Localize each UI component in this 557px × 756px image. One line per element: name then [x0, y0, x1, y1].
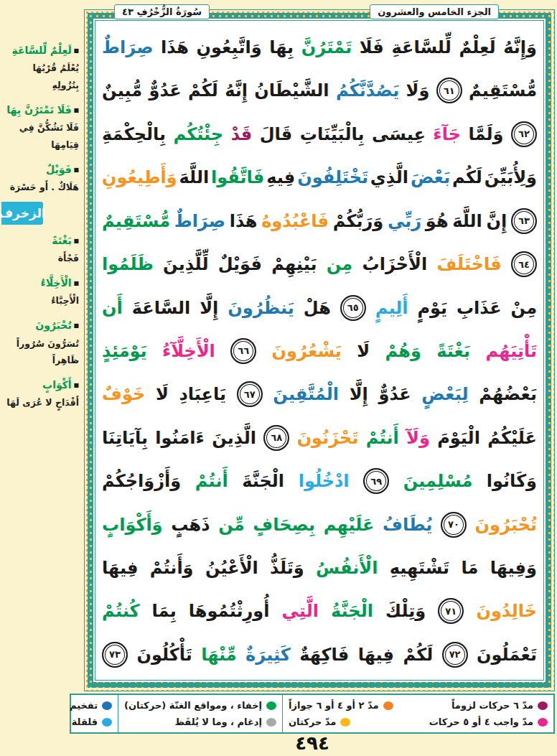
- legend-row: تفخيم: [70, 700, 112, 711]
- quran-word: فَاكِهَةٌ: [299, 633, 349, 676]
- quran-word: الْجَنَّةُ: [331, 589, 373, 633]
- quran-word: اللَّهَ: [452, 200, 482, 243]
- ayah-marker: ٦١: [436, 78, 462, 103]
- quran-word: مُّسْتَقِيمٌ: [469, 69, 537, 112]
- quran-word: يَوْمٍ: [417, 286, 447, 330]
- quran-line: مِنْعَذَابِيَوْمٍأَلِيمٍ٦٥هَلْيَنظُرُونَ…: [102, 286, 537, 330]
- quran-line: تَعْمَلُونَ٧٢لَكُمْفِيهَافَاكِهَةٌكَثِير…: [102, 633, 537, 676]
- legend-label: قلقلة: [72, 717, 98, 727]
- quran-word: وَأَزْوَاجُكُمْ: [102, 459, 181, 503]
- legend-column: تفخيمقلقلة: [64, 695, 118, 732]
- quran-word: يُطَافُ: [383, 503, 432, 546]
- quran-word: يَصُدَّنَّكُمُ: [336, 69, 399, 112]
- quran-word: صِرَاطٌ: [102, 26, 153, 69]
- quran-word: عَدُوٌّ: [379, 373, 411, 416]
- quran-word: وَأَكْوَابٍ: [102, 503, 163, 546]
- ayah-marker: ٦٣: [511, 208, 537, 234]
- quran-word: وَاتَّبِعُونِ: [197, 26, 262, 69]
- legend-label: تفخيم: [70, 700, 98, 711]
- quran-word: ادْخُلُوا: [299, 459, 350, 503]
- quran-word: بَعْضَ: [411, 156, 450, 199]
- quran-word: هَذَا: [230, 200, 258, 243]
- legend-color-dot: [266, 701, 276, 710]
- quran-line: ٦٣إِنَّاللَّهَهُوَرَبِّيوَرَبُّكُمْفَاعْ…: [102, 200, 537, 243]
- quran-word: وَأَنتُمْ: [150, 546, 194, 589]
- surah-name-tab: الزخرف: [1, 202, 43, 225]
- quran-line: عَلَيْكُمُالْيَوْمَوَلَآأَنتُمْتَحْزَنُو…: [102, 416, 537, 459]
- page-frame: سُورَةُ الزُّخْرُفِ ٤٣ الجزء الخامس والع…: [84, 9, 555, 691]
- quran-word: عِيسَى: [372, 113, 426, 156]
- quran-word: يَشْعُرُونَ: [272, 330, 342, 373]
- quran-word: عَلَيْهِم: [324, 503, 375, 546]
- ayah-marker: ٦٤: [511, 251, 537, 277]
- quran-word: الْأَخِلَّآءُ: [162, 330, 215, 373]
- quran-word: فِيهَا: [102, 546, 138, 589]
- quran-word: الْأَنفُسُ: [316, 546, 378, 589]
- quran-word: يَاعِبَادِ: [179, 373, 226, 416]
- quran-word: مُّبِينٌ: [102, 69, 142, 112]
- quran-word: إِنَّهُ: [225, 69, 248, 112]
- legend-color-dot: [538, 701, 548, 710]
- quran-word: وَلَا: [406, 69, 430, 112]
- ayah-marker: ٧٠: [441, 512, 467, 538]
- quran-word: هَذَا: [161, 26, 189, 69]
- quran-word: الْيَوْمَ: [437, 416, 480, 459]
- quran-word: وَكَانُوا: [487, 459, 537, 503]
- quran-word: وَتِلْكَ: [385, 589, 426, 633]
- legend-row: مدّ واجب ٤ أو ٥ حركاتمدّ حركتان: [289, 717, 548, 727]
- quran-word: وَإِنَّهُ: [503, 26, 537, 69]
- ayah-marker: ٧٢: [442, 642, 468, 668]
- quran-word: وَهُمْ: [385, 330, 421, 373]
- quran-word: فَاعْبُدُوهُ: [261, 200, 329, 243]
- quran-word: لِّلَّذِينَ: [163, 243, 208, 286]
- quran-word: مُّسْتَقِيمٌ: [102, 200, 170, 243]
- quran-word: بِالْبَيِّنَاتِ: [300, 113, 365, 156]
- quran-word: وَلِأُبَيِّنَ: [485, 156, 537, 199]
- quran-word: مِنْ: [511, 286, 537, 330]
- frame-ornament-band: وَإِنَّهُلَعِلْمٌلِّلسَّاعَةِفَلَاتَمْتَ…: [84, 9, 555, 691]
- quran-line: تَأْتِيَهُمبَغْتَةًوَهُمْلَايَشْعُرُونَ٦…: [102, 330, 537, 373]
- quran-word: لَكُمْ: [188, 69, 218, 112]
- quran-word: وَأَطِيعُونِ: [102, 156, 177, 199]
- legend-color-dot: [383, 701, 393, 710]
- glossary-definition: الْأَحِبَّاءُ: [1, 292, 79, 309]
- quran-word: تَشْتَهِيهِ: [390, 546, 449, 589]
- frame-teal-band: وَإِنَّهُلَعِلْمٌلِّلسَّاعَةِفَلَاتَمْتَ…: [88, 13, 551, 688]
- quran-word: الْأَحْزَابُ: [362, 243, 428, 286]
- legend-item: إدغام ، وما لا يُلفَظ: [174, 717, 276, 727]
- legend-label: إخفاء ، ومواقع الغنّة (حركتان): [124, 700, 262, 711]
- legend-color-dot: [538, 718, 548, 727]
- quran-word: إِلَّا: [350, 373, 368, 416]
- quran-word: صِرَاطٌ: [174, 200, 225, 243]
- legend-row: إخفاء ، ومواقع الغنّة (حركتان): [124, 700, 276, 711]
- legend-color-dot: [266, 718, 276, 727]
- glossary-definition: تُسَرُّونَ سُرُوراً ظَاهِراً: [1, 335, 79, 370]
- quran-word: لَا: [156, 373, 169, 416]
- quran-word: وَلَمَّا: [468, 113, 503, 156]
- legend-item: تفخيم: [70, 700, 112, 711]
- quran-line: خَالِدُونَ٧١وَتِلْكَالْجَنَّةُالَّتِيأُو…: [102, 589, 537, 633]
- quran-word: هُوَ: [426, 200, 449, 243]
- legend-label: مدّ ٦ حركات لزوماً: [451, 700, 533, 711]
- ayah-marker: ٦٥: [340, 295, 366, 321]
- quran-word: بَيْنِهِمْ: [271, 243, 317, 286]
- quran-word: إِلَّا: [200, 286, 218, 330]
- quran-word: مِّنْهَا: [201, 633, 237, 676]
- quran-word: تَعْمَلُونَ: [477, 633, 537, 676]
- quran-line: بَعْضُهُمْلِبَعْضٍعَدُوٌّإِلَّاالْمُتَّق…: [102, 373, 537, 416]
- quran-word: عَدُوٌّ: [149, 69, 182, 112]
- quran-word: فَاتَّقُوا: [211, 156, 264, 199]
- quran-word: بَعْضُهُمْ: [479, 373, 537, 416]
- quran-word: بِصِحَافٍ: [253, 503, 315, 546]
- glossary-term: فَوَيْلٌ: [1, 162, 79, 177]
- glossary-definition: أَقْدَاحٍ لا عُرَى لَهَا: [1, 394, 79, 411]
- quran-word: الَّذِي: [370, 156, 408, 199]
- quran-word: الَّتِي: [282, 589, 319, 633]
- quran-line: وَكَانُوامُسْلِمِينَ٦٩ادْخُلُواالْجَنَّة…: [102, 459, 537, 503]
- quran-word: رَبِّي: [388, 200, 421, 243]
- quran-word: فَوَيْلٌ: [218, 243, 262, 286]
- legend-label: مدّ حركتان: [289, 717, 336, 727]
- quran-word: الْجَنَّةَ: [242, 459, 284, 503]
- legend-row: مدّ ٦ حركات لزوماًمدّ ٢ أو ٤ أو ٦ جوازاً: [289, 700, 548, 711]
- quran-word: لَعِلْمٌ: [459, 26, 495, 69]
